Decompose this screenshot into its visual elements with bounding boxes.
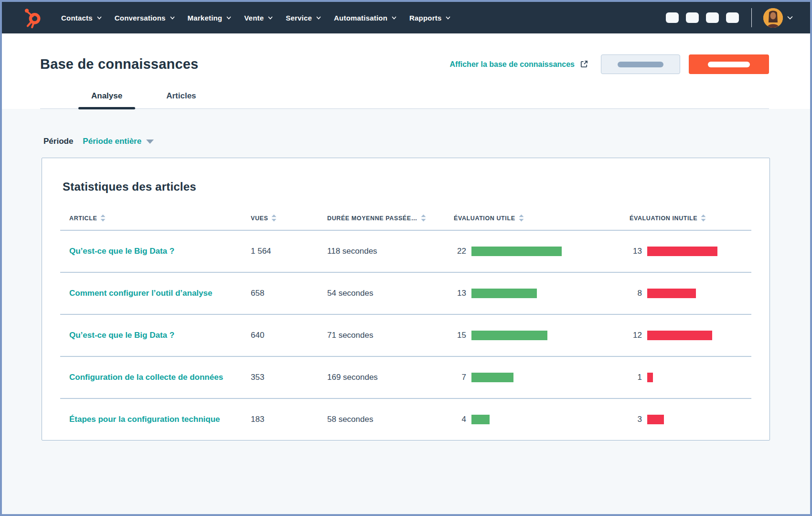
toolbar-icon-placeholder-3[interactable] bbox=[706, 12, 719, 23]
toolbar-icon-placeholder-4[interactable] bbox=[726, 12, 739, 23]
unhelpful-bar bbox=[647, 247, 717, 256]
helpful-rating-cell: 13 bbox=[454, 289, 630, 298]
period-label: Période bbox=[43, 137, 73, 146]
column-header-label: ARTICLE bbox=[69, 215, 97, 222]
primary-button-placeholder[interactable] bbox=[689, 54, 769, 74]
column-header-evaluation-inutile[interactable]: ÉVALUATION INUTILE bbox=[630, 215, 751, 222]
nav-item-conversations[interactable]: Conversations bbox=[115, 14, 175, 22]
helpful-count: 7 bbox=[454, 373, 466, 382]
avg-duration-value: 71 secondes bbox=[327, 331, 454, 340]
primary-button-label-placeholder bbox=[708, 62, 750, 67]
helpful-bar bbox=[471, 289, 537, 298]
unhelpful-bar bbox=[647, 373, 653, 382]
helpful-count: 4 bbox=[454, 415, 466, 424]
nav-item-rapports[interactable]: Rapports bbox=[409, 14, 450, 22]
view-knowledge-base-link[interactable]: Afficher la base de connaissances bbox=[450, 60, 588, 69]
article-stats-card: Statistiques des articles ARTICLE VUES D… bbox=[42, 158, 770, 441]
nav-item-label: Rapports bbox=[409, 14, 441, 22]
chevron-down-icon bbox=[446, 16, 450, 20]
nav-item-contacts[interactable]: Contacts bbox=[61, 14, 102, 22]
sort-icon[interactable] bbox=[519, 215, 524, 222]
view-knowledge-base-label: Afficher la base de connaissances bbox=[450, 60, 575, 69]
unhelpful-bar bbox=[647, 289, 696, 298]
article-link[interactable]: Qu’est-ce que le Big Data ? bbox=[69, 331, 174, 340]
article-stats-table: ARTICLE VUES DURÉE MOYENNE PASSÉE… ÉVALU… bbox=[60, 215, 751, 440]
nav-item-label: Service bbox=[286, 14, 312, 22]
article-link[interactable]: Configuration de la collecte de données bbox=[69, 373, 223, 382]
views-value: 658 bbox=[251, 289, 327, 298]
toolbar-icon-placeholder-1[interactable] bbox=[666, 12, 679, 23]
helpful-rating-cell: 15 bbox=[454, 331, 630, 340]
chevron-down-icon bbox=[97, 16, 102, 20]
chevron-down-icon bbox=[268, 16, 273, 20]
top-navbar: Contacts Conversations Marketing Vente S… bbox=[2, 2, 810, 33]
table-row: Configuration de la collecte de données … bbox=[60, 356, 751, 398]
views-value: 183 bbox=[251, 415, 327, 424]
table-row: Qu’est-ce que le Big Data ? 1 564 118 se… bbox=[60, 230, 751, 272]
page-header: Base de connaissances Afficher la base d… bbox=[2, 33, 810, 109]
nav-item-service[interactable]: Service bbox=[286, 14, 321, 22]
helpful-rating-cell: 22 bbox=[454, 247, 630, 256]
navbar-right-tools bbox=[659, 8, 793, 28]
chevron-down-icon bbox=[392, 16, 396, 20]
unhelpful-rating-cell: 13 bbox=[630, 247, 751, 256]
external-link-icon bbox=[579, 60, 588, 69]
app-window: Contacts Conversations Marketing Vente S… bbox=[0, 0, 812, 516]
article-link[interactable]: Comment configurer l’outil d’analyse bbox=[69, 289, 212, 298]
secondary-button-placeholder[interactable] bbox=[601, 54, 680, 74]
table-row: Comment configurer l’outil d’analyse 658… bbox=[60, 272, 751, 314]
avg-duration-value: 58 secondes bbox=[327, 415, 454, 424]
sort-icon[interactable] bbox=[701, 215, 706, 222]
article-link[interactable]: Qu’est-ce que le Big Data ? bbox=[69, 247, 174, 256]
nav-item-marketing[interactable]: Marketing bbox=[188, 14, 232, 22]
dropdown-caret-icon bbox=[146, 140, 154, 144]
navbar-divider bbox=[751, 8, 752, 27]
helpful-bar bbox=[471, 415, 490, 424]
tab-analyse[interactable]: Analyse bbox=[78, 91, 135, 108]
column-header-duree[interactable]: DURÉE MOYENNE PASSÉE… bbox=[327, 215, 454, 222]
article-link[interactable]: Étapes pour la configuration technique bbox=[69, 415, 220, 424]
account-chevron-down-icon[interactable] bbox=[787, 16, 793, 20]
avg-duration-value: 118 secondes bbox=[327, 247, 454, 256]
nav-item-automatisation[interactable]: Automatisation bbox=[334, 14, 396, 22]
chevron-down-icon bbox=[316, 16, 321, 20]
unhelpful-count: 12 bbox=[630, 331, 642, 340]
period-selected-value: Période entière bbox=[83, 137, 141, 146]
table-row: Étapes pour la configuration technique 1… bbox=[60, 398, 751, 440]
column-header-vues[interactable]: VUES bbox=[251, 215, 327, 222]
hubspot-logo-icon[interactable] bbox=[22, 7, 43, 29]
unhelpful-count: 3 bbox=[630, 415, 642, 424]
helpful-count: 22 bbox=[454, 247, 466, 256]
page-body: Période Période entière Statistiques des… bbox=[2, 109, 810, 514]
period-dropdown[interactable]: Période entière bbox=[83, 137, 154, 146]
nav-item-vente[interactable]: Vente bbox=[244, 14, 273, 22]
period-filter-row: Période Période entière bbox=[43, 137, 810, 146]
card-title: Statistiques des articles bbox=[42, 158, 769, 194]
helpful-count: 13 bbox=[454, 289, 466, 298]
chevron-down-icon bbox=[170, 16, 175, 20]
nav-item-label: Marketing bbox=[188, 14, 223, 22]
page-title: Base de connaissances bbox=[40, 56, 198, 72]
column-header-evaluation-utile[interactable]: ÉVALUATION UTILE bbox=[454, 215, 630, 222]
unhelpful-bar bbox=[647, 331, 712, 340]
secondary-button-label-placeholder bbox=[618, 62, 663, 67]
views-value: 1 564 bbox=[251, 247, 327, 256]
helpful-bar bbox=[471, 247, 562, 256]
user-avatar[interactable] bbox=[763, 8, 783, 28]
toolbar-icon-placeholder-2[interactable] bbox=[686, 12, 699, 23]
helpful-rating-cell: 4 bbox=[454, 415, 630, 424]
unhelpful-rating-cell: 1 bbox=[630, 373, 751, 382]
tab-articles[interactable]: Articles bbox=[153, 91, 209, 108]
sort-icon[interactable] bbox=[421, 215, 426, 222]
nav-item-label: Conversations bbox=[115, 14, 166, 22]
header-actions: Afficher la base de connaissances bbox=[450, 54, 769, 74]
nav-item-label: Contacts bbox=[61, 14, 93, 22]
views-value: 353 bbox=[251, 373, 327, 382]
tabs-bar: Analyse Articles bbox=[40, 91, 769, 109]
column-header-article[interactable]: ARTICLE bbox=[60, 215, 251, 222]
helpful-bar bbox=[471, 373, 513, 382]
main-nav-menu: Contacts Conversations Marketing Vente S… bbox=[61, 14, 450, 22]
sort-icon[interactable] bbox=[100, 215, 106, 222]
nav-item-label: Automatisation bbox=[334, 14, 387, 22]
sort-icon[interactable] bbox=[271, 215, 277, 222]
